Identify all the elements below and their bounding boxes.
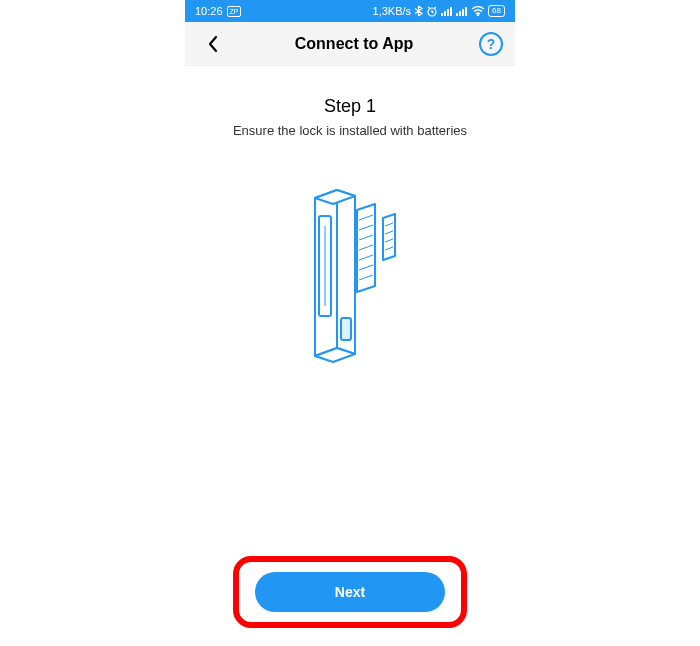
next-button[interactable]: Next [255,572,445,612]
svg-rect-4 [450,7,452,16]
help-icon: ? [487,36,496,52]
svg-rect-1 [441,13,443,16]
svg-rect-7 [462,9,464,16]
signal-icon-2 [456,6,468,16]
status-time: 10:26 [195,5,223,17]
alarm-icon [426,5,438,17]
chevron-left-icon [207,35,219,53]
svg-point-9 [477,14,478,15]
step-title: Step 1 [324,96,376,117]
phone-screen: 10:26 ZP 1,3KB/s [185,0,515,646]
page-title: Connect to App [295,35,414,53]
svg-rect-3 [447,9,449,16]
svg-rect-6 [459,11,461,16]
svg-rect-2 [444,11,446,16]
zp-badge: ZP [227,6,242,17]
nav-bar: Connect to App ? [185,22,515,66]
data-rate: 1,3KB/s [373,5,412,17]
help-button[interactable]: ? [479,32,503,56]
next-button-highlight: Next [233,556,467,628]
status-bar: 10:26 ZP 1,3KB/s [185,0,515,22]
signal-icon [441,6,453,16]
bluetooth-icon [414,5,423,17]
battery-icon: 68 [488,5,505,17]
svg-rect-12 [341,318,351,340]
lock-illustration [275,178,425,378]
status-right: 1,3KB/s [373,5,505,17]
svg-rect-8 [465,7,467,16]
back-button[interactable] [197,28,229,60]
status-left: 10:26 ZP [195,5,241,17]
step-description: Ensure the lock is installed with batter… [233,123,467,138]
wifi-icon [471,6,485,16]
svg-rect-5 [456,13,458,16]
